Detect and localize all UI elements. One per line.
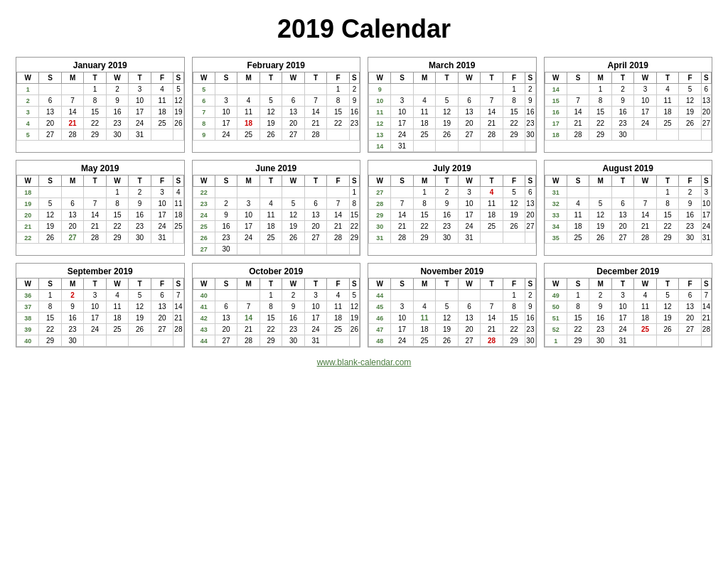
day-header: W — [282, 279, 304, 290]
calendar-day: 14 — [634, 210, 656, 221]
footer-link[interactable]: www.blank-calendar.com — [317, 357, 412, 367]
calendar-day: 9 — [525, 301, 535, 313]
calendar-day — [525, 141, 535, 152]
calendar-day: 9 — [679, 198, 701, 210]
calendar-day: 10 — [129, 95, 151, 107]
calendar-day: 9 — [106, 95, 129, 107]
calendar-day: 16 — [129, 210, 151, 221]
calendar-day: 22 — [567, 324, 589, 335]
day-header: W — [369, 279, 391, 290]
calendar-day: 22 — [656, 221, 678, 232]
calendar-day — [349, 335, 359, 347]
calendar-day: 5 — [259, 95, 282, 107]
calendar-day — [259, 187, 282, 198]
calendar-day: 2 — [679, 187, 701, 198]
calendar-day: 15 — [589, 107, 611, 118]
calendar-day: 26 — [679, 118, 701, 129]
calendar-day — [237, 187, 259, 198]
week-number: 10 — [369, 95, 391, 107]
day-header: M — [589, 279, 611, 290]
day-header: W — [282, 175, 304, 187]
calendar-day: 11 — [237, 107, 260, 118]
week-number: 11 — [369, 107, 391, 118]
calendar-day: 18 — [413, 118, 435, 129]
day-header: S — [701, 72, 711, 84]
calendar-day — [304, 244, 326, 255]
calendar-day — [237, 290, 259, 301]
day-header: F — [503, 175, 525, 187]
calendar-day: 26 — [259, 129, 282, 141]
calendar-day: 28 — [84, 232, 106, 244]
calendar-day: 9 — [349, 95, 359, 107]
month-block: September 2019WSMTWTFS361234567378910111… — [16, 263, 185, 347]
calendar-day: 10 — [84, 301, 106, 313]
calendar-day: 21 — [327, 221, 349, 232]
calendar-day: 12 — [656, 301, 678, 313]
calendar-day: 14 — [237, 313, 259, 324]
calendar-day — [327, 244, 349, 255]
day-header: T — [481, 175, 503, 187]
month-block: March 2019WSMTWTFS9121034567891110111213… — [368, 57, 537, 153]
calendar-day: 9 — [129, 198, 151, 210]
calendar-day: 5 — [436, 95, 458, 107]
calendar-day: 14 — [173, 301, 183, 313]
day-header: M — [413, 72, 435, 84]
calendar-day: 17 — [391, 324, 413, 335]
week-number: 17 — [545, 118, 567, 129]
calendar-day: 25 — [481, 221, 503, 232]
calendar-day: 19 — [679, 107, 701, 118]
calendar-day: 5 — [129, 290, 151, 301]
calendar-day — [656, 335, 678, 347]
week-number: 3 — [17, 107, 39, 118]
day-header: W — [545, 72, 567, 84]
calendar-day: 3 — [237, 198, 259, 210]
calendar-day: 1 — [656, 187, 678, 198]
calendar-day: 3 — [391, 301, 413, 313]
calendar-day: 31 — [391, 141, 413, 152]
calendar-day: 5 — [503, 187, 525, 198]
calendar-day: 18 — [481, 210, 503, 221]
calendar-day: 18 — [259, 221, 282, 232]
calendar-day: 14 — [391, 210, 413, 221]
calendar-day: 8 — [84, 95, 107, 107]
calendar-day: 11 — [259, 210, 282, 221]
calendar-day — [215, 84, 237, 95]
calendar-day: 13 — [304, 210, 326, 221]
day-header: F — [327, 279, 349, 290]
calendar-day: 14 — [567, 107, 589, 118]
week-number: 2 — [17, 95, 39, 107]
calendar-day: 17 — [701, 210, 711, 221]
calendar-day: 21 — [237, 324, 259, 335]
calendar-day: 6 — [458, 95, 480, 107]
calendar-day: 14 — [481, 313, 503, 324]
calendar-day: 18 — [656, 107, 678, 118]
month-block: February 2019WSMTWTFS5126345678971011121… — [192, 57, 361, 153]
day-header: F — [151, 175, 173, 187]
calendar-day: 1 — [106, 187, 128, 198]
day-header: M — [237, 72, 260, 84]
day-header: T — [611, 279, 633, 290]
calendar-day: 17 — [304, 313, 326, 324]
calendar-day: 20 — [611, 221, 633, 232]
calendar-day: 25 — [173, 221, 183, 232]
calendar-day: 8 — [589, 95, 611, 107]
day-header: F — [327, 175, 349, 187]
calendar-day: 5 — [436, 301, 458, 313]
day-header: T — [481, 72, 503, 84]
day-header: T — [84, 175, 106, 187]
calendar-day: 26 — [503, 221, 525, 232]
calendar-day: 12 — [173, 95, 183, 107]
calendar-day: 19 — [656, 313, 678, 324]
calendar-day — [84, 187, 106, 198]
calendar-day: 11 — [327, 301, 349, 313]
day-header: T — [656, 279, 678, 290]
calendar-day: 28 — [481, 335, 503, 347]
calendar-day: 8 — [327, 95, 350, 107]
day-header: W — [369, 175, 391, 187]
week-number: 1 — [17, 84, 39, 95]
calendar-day: 7 — [481, 95, 503, 107]
calendar-day: 27 — [701, 118, 711, 129]
calendar-day — [436, 290, 458, 301]
calendar-day: 19 — [436, 324, 458, 335]
calendar-day: 15 — [503, 107, 525, 118]
